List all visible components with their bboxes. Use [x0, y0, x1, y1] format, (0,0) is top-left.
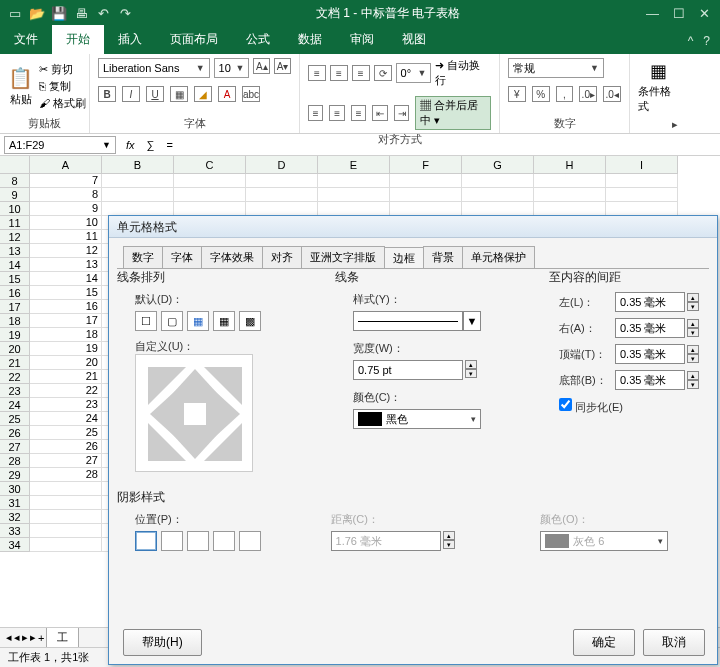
- cell[interactable]: [318, 174, 390, 188]
- collapse-ribbon-icon[interactable]: ^: [688, 34, 694, 48]
- cell[interactable]: 15: [30, 286, 102, 300]
- cell[interactable]: 23: [30, 398, 102, 412]
- shadow-none[interactable]: [135, 531, 157, 551]
- col-header[interactable]: A: [30, 156, 102, 174]
- cell[interactable]: 16: [30, 300, 102, 314]
- currency-button[interactable]: ¥: [508, 86, 526, 102]
- merge-button[interactable]: ▦ 合并后居中 ▾: [415, 96, 491, 130]
- sigma-button[interactable]: ∑: [141, 139, 161, 151]
- cell[interactable]: [534, 174, 606, 188]
- shrink-font-button[interactable]: A▾: [274, 58, 291, 74]
- cell[interactable]: 11: [30, 230, 102, 244]
- col-header[interactable]: C: [174, 156, 246, 174]
- cell[interactable]: [462, 188, 534, 202]
- pad-bottom-input[interactable]: 0.35 毫米: [615, 370, 685, 390]
- row-header[interactable]: 34: [0, 538, 30, 552]
- inc-decimal-button[interactable]: .0▸: [579, 86, 597, 102]
- cell[interactable]: [102, 188, 174, 202]
- paste-button[interactable]: 📋 粘贴: [8, 66, 33, 107]
- eq-button[interactable]: =: [160, 139, 178, 151]
- minimize-icon[interactable]: —: [646, 6, 659, 21]
- add-sheet[interactable]: +: [38, 632, 44, 644]
- sync-checkbox[interactable]: [559, 398, 572, 411]
- tab-insert[interactable]: 插入: [104, 25, 156, 54]
- preset-none[interactable]: ☐: [135, 311, 157, 331]
- row-header[interactable]: 23: [0, 384, 30, 398]
- cell[interactable]: 13: [30, 258, 102, 272]
- comma-button[interactable]: ,: [556, 86, 574, 102]
- indent-dec-button[interactable]: ⇤: [372, 105, 387, 121]
- help-button[interactable]: 帮助(H): [123, 629, 202, 656]
- dtab-background[interactable]: 背景: [423, 246, 463, 268]
- fill-color-button[interactable]: ◢: [194, 86, 212, 102]
- cell[interactable]: [102, 174, 174, 188]
- name-box[interactable]: A1:F29▼: [4, 136, 116, 154]
- row-header[interactable]: 12: [0, 230, 30, 244]
- cell[interactable]: [174, 174, 246, 188]
- cell[interactable]: 17: [30, 314, 102, 328]
- cell[interactable]: 19: [30, 342, 102, 356]
- dtab-font[interactable]: 字体: [162, 246, 202, 268]
- cell[interactable]: [606, 174, 678, 188]
- cell[interactable]: 9: [30, 202, 102, 216]
- line-style-combo[interactable]: [353, 311, 463, 331]
- font-color-button[interactable]: A: [218, 86, 236, 102]
- cell[interactable]: 7: [30, 174, 102, 188]
- ok-button[interactable]: 确定: [573, 629, 635, 656]
- cell[interactable]: [174, 188, 246, 202]
- cell[interactable]: 26: [30, 440, 102, 454]
- cell[interactable]: [30, 482, 102, 496]
- row-header[interactable]: 19: [0, 328, 30, 342]
- shadow-tr[interactable]: [213, 531, 235, 551]
- line-width-input[interactable]: 0.75 pt: [353, 360, 463, 380]
- cell[interactable]: [462, 202, 534, 216]
- select-all-corner[interactable]: [0, 156, 30, 174]
- cell[interactable]: [102, 202, 174, 216]
- row-header[interactable]: 9: [0, 188, 30, 202]
- cell[interactable]: 14: [30, 272, 102, 286]
- row-header[interactable]: 13: [0, 244, 30, 258]
- align-mid-button[interactable]: ≡: [330, 65, 348, 81]
- italic-button[interactable]: I: [122, 86, 140, 102]
- font-size-combo[interactable]: 10▼: [214, 58, 250, 78]
- preset-grid[interactable]: ▦: [213, 311, 235, 331]
- cell[interactable]: 28: [30, 468, 102, 482]
- sheet-tab-1[interactable]: 工: [46, 628, 79, 648]
- width-down[interactable]: ▾: [465, 369, 477, 378]
- line-color-combo[interactable]: 黑色▾: [353, 409, 481, 429]
- shadow-br[interactable]: [161, 531, 183, 551]
- nav-last[interactable]: ▸: [30, 631, 36, 644]
- cell[interactable]: [606, 188, 678, 202]
- redo-icon[interactable]: ↷: [116, 4, 134, 22]
- number-format-combo[interactable]: 常规▼: [508, 58, 604, 78]
- preset-boxgrid[interactable]: ▦: [187, 311, 209, 331]
- col-header[interactable]: E: [318, 156, 390, 174]
- tab-home[interactable]: 开始: [52, 25, 104, 54]
- tab-review[interactable]: 审阅: [336, 25, 388, 54]
- row-header[interactable]: 18: [0, 314, 30, 328]
- cell[interactable]: [534, 188, 606, 202]
- rotate-combo[interactable]: 0°▼: [396, 63, 432, 83]
- cell[interactable]: [174, 202, 246, 216]
- cell[interactable]: [30, 538, 102, 552]
- cell[interactable]: [246, 174, 318, 188]
- col-header[interactable]: H: [534, 156, 606, 174]
- col-header[interactable]: F: [390, 156, 462, 174]
- dtab-protect[interactable]: 单元格保护: [462, 246, 535, 268]
- cell[interactable]: 22: [30, 384, 102, 398]
- pad-left-input[interactable]: 0.35 毫米: [615, 292, 685, 312]
- row-header[interactable]: 16: [0, 286, 30, 300]
- row-header[interactable]: 29: [0, 468, 30, 482]
- cell[interactable]: [462, 174, 534, 188]
- dtab-fonteffect[interactable]: 字体效果: [201, 246, 263, 268]
- row-header[interactable]: 21: [0, 356, 30, 370]
- row-header[interactable]: 17: [0, 300, 30, 314]
- dec-decimal-button[interactable]: .0◂: [603, 86, 621, 102]
- percent-button[interactable]: %: [532, 86, 550, 102]
- cell[interactable]: 21: [30, 370, 102, 384]
- border-preview[interactable]: [135, 354, 253, 472]
- strike-button[interactable]: abc: [242, 86, 260, 102]
- row-header[interactable]: 30: [0, 482, 30, 496]
- cell[interactable]: [534, 202, 606, 216]
- nav-prev[interactable]: ◂: [14, 631, 20, 644]
